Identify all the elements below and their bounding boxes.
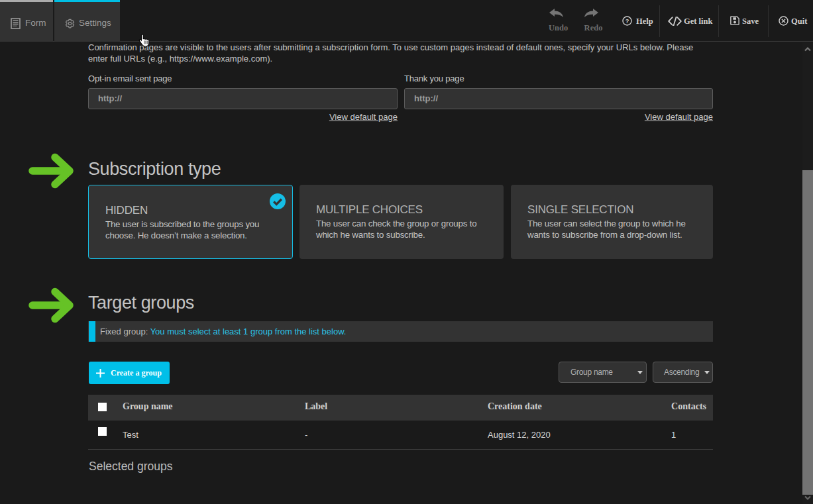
- svg-text:?: ?: [625, 18, 629, 25]
